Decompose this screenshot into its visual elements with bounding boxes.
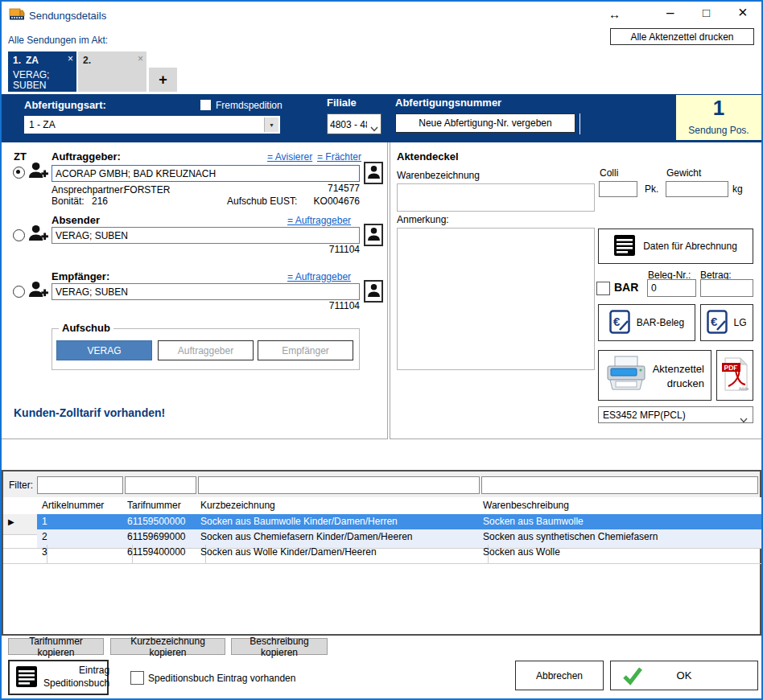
aufschub-verag-button[interactable]: VERAG	[56, 340, 152, 360]
person-icon	[368, 283, 380, 299]
abfertigungsart-value: 1 - ZA	[29, 119, 56, 130]
filter-artikelnummer-input[interactable]	[37, 476, 123, 494]
aufschub-eust-label: Aufschub EUST:	[227, 196, 297, 207]
beleg-nr-input[interactable]	[647, 279, 696, 297]
print-all-aktenzettel-button[interactable]: Alle Aktenzettel drucken	[610, 28, 754, 45]
list-icon	[16, 666, 37, 690]
close-icon[interactable]: ×	[738, 4, 748, 20]
absender-input[interactable]	[52, 227, 360, 244]
copy-beschreibung-button[interactable]: Beschreibung kopieren	[231, 638, 328, 655]
neue-abfertigung-button[interactable]: Neue Abfertigung-Nr. vergeben	[395, 113, 575, 133]
avisierer-link[interactable]: = Avisierer	[267, 151, 312, 163]
bonitaet-value: 216	[92, 196, 108, 207]
filter-kurzbezeichnung-input[interactable]	[198, 476, 480, 494]
ok-button[interactable]: OK	[610, 661, 758, 690]
auftraggeber-input[interactable]	[52, 165, 360, 182]
empfaenger-auftraggeber-link[interactable]: = Auftraggeber	[287, 271, 351, 282]
aufschub-auftraggeber-button[interactable]: Auftraggeber	[158, 340, 254, 360]
dropdown-arrow-icon[interactable]: ▼	[264, 117, 278, 132]
empfaenger-input[interactable]	[52, 283, 360, 300]
minimize-icon[interactable]: –	[666, 6, 674, 19]
gewicht-label: Gewicht	[666, 167, 701, 179]
add-contact-icon[interactable]	[28, 280, 48, 302]
lg-button[interactable]: € LG	[700, 304, 753, 341]
warenbezeichnung-textarea[interactable]	[397, 183, 595, 212]
filter-tarifnummer-input[interactable]	[125, 476, 196, 494]
printer-icon	[604, 355, 649, 396]
bonitaet-label: Bonität:	[52, 196, 85, 207]
tab-2-close-icon[interactable]: ×	[138, 53, 143, 64]
copy-kurzbezeichnung-button[interactable]: Kurzbezeichnung kopieren	[110, 638, 225, 655]
sendung-pos-panel: 1 Sendung Pos.	[676, 95, 761, 140]
ok-label: OK	[677, 669, 692, 681]
anmerkung-textarea[interactable]	[397, 228, 595, 370]
auftraggeber-contact-button[interactable]	[364, 162, 383, 184]
chevron-down-icon	[370, 121, 378, 135]
colli-input[interactable]	[599, 181, 637, 197]
resize-icon[interactable]: ↔	[608, 8, 621, 20]
fremdspedition-checkbox[interactable]	[200, 100, 211, 110]
filiale-select[interactable]: 4803 - 480	[327, 113, 382, 134]
speditionsbuch-checkbox[interactable]	[130, 671, 144, 685]
table-row-cell[interactable]: 61159400000	[122, 545, 206, 564]
absender-auftraggeber-link[interactable]: = Auftraggeber	[287, 215, 351, 226]
tab-1-close-icon[interactable]: ×	[68, 53, 73, 64]
sendungen-im-akt-label: Alle Sendungen im Akt:	[8, 35, 108, 46]
absender-contact-button[interactable]	[364, 224, 383, 246]
colli-label: Colli	[600, 167, 618, 179]
printer-select[interactable]: ES3452 MFP(PCL)	[598, 406, 753, 423]
speditionsbuch-label: Eintrag Speditionsbuch	[43, 665, 109, 690]
sendung-pos-count: 1	[676, 96, 761, 121]
empfaenger-number: 711104	[279, 300, 360, 311]
auftraggeber-number: 714577	[279, 183, 360, 194]
printer-value: ES3452 MFP(PCL)	[603, 410, 686, 421]
bar-beleg-button[interactable]: € BAR-Beleg	[598, 304, 695, 341]
svg-text:€: €	[613, 315, 621, 328]
table-row-cell[interactable]: Socken aus Wolle	[478, 545, 763, 564]
ansprechpartner-value: FORSTER	[124, 184, 170, 196]
bar-checkbox[interactable]	[596, 282, 610, 295]
svg-text:€: €	[711, 315, 718, 328]
tab-1-line2: VERAG;	[13, 69, 49, 80]
maximize-icon[interactable]: □	[703, 6, 710, 19]
absender-number: 711104	[279, 244, 360, 255]
pdf-icon: PDF Adobe	[721, 356, 749, 395]
add-contact-icon[interactable]	[28, 224, 48, 245]
anmerkung-label: Anmerkung:	[397, 214, 449, 225]
table-row-cell[interactable]: 3	[37, 545, 133, 564]
cancel-button[interactable]: Abbrechen	[515, 661, 604, 690]
tab-sendung-2[interactable]: 2. ×	[78, 51, 146, 92]
list-icon	[614, 235, 635, 258]
person-icon	[368, 227, 380, 243]
daten-abrechnung-button[interactable]: Daten für Abrechnung	[598, 229, 753, 264]
kg-label: kg	[732, 183, 743, 195]
aufschub-empfaenger-button[interactable]: Empfänger	[258, 340, 353, 360]
tab-2-number: 2.	[83, 55, 91, 66]
zolltarif-note: Kunden-Zolltarif vorhanden!	[14, 406, 165, 419]
warenbezeichnung-label: Warenbezeichnung	[397, 170, 480, 181]
tab-sendung-1[interactable]: 1. ZA × VERAG; SUBEN	[8, 51, 76, 92]
fraechter-link[interactable]: = Frächter	[317, 151, 361, 163]
sendung-pos-label: Sendung Pos.	[676, 125, 761, 136]
add-contact-icon[interactable]	[28, 161, 48, 183]
filiale-value: 4803 - 480	[330, 119, 367, 130]
sendungsdetails-window: Sendungsdetails ↔ – □ × Alle Aktenzettel…	[0, 0, 763, 700]
gewicht-input[interactable]	[666, 181, 728, 197]
euro-receipt-icon: €	[609, 310, 630, 336]
add-tab-button[interactable]: +	[149, 68, 177, 92]
copy-tarifnummer-button[interactable]: Tarifnummer kopieren	[8, 638, 104, 655]
auftraggeber-radio[interactable]	[13, 167, 25, 179]
abfertigungsart-select[interactable]: 1 - ZA ▼	[24, 116, 280, 134]
eintrag-speditionsbuch-button[interactable]: Eintrag Speditionsbuch	[8, 660, 109, 695]
chevron-down-icon	[740, 412, 748, 426]
filter-warenbeschreibung-input[interactable]	[481, 476, 758, 494]
pdf-button[interactable]: PDF Adobe	[716, 350, 753, 401]
absender-radio[interactable]	[13, 229, 25, 241]
aktenzettel-drucken-button[interactable]: Aktenzettel drucken	[598, 350, 711, 401]
betrag-input[interactable]	[700, 279, 753, 297]
empfaenger-radio[interactable]	[13, 286, 25, 298]
pk-label: Pk.	[645, 183, 658, 195]
empfaenger-contact-button[interactable]	[364, 280, 383, 303]
table-row-cell[interactable]: Socken aus Wolle Kinder/Damen/Heeren	[196, 545, 489, 564]
daten-abrechnung-label: Daten für Abrechnung	[643, 241, 737, 252]
